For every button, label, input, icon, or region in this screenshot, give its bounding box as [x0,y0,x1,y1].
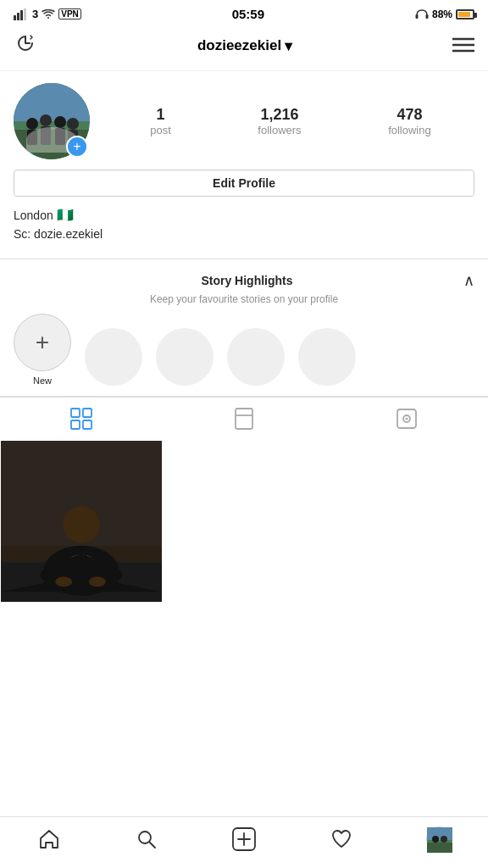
post-photo-svg [1,440,162,603]
profile-thumb-image [427,827,452,853]
bottom-nav [0,816,488,868]
svg-point-49 [432,836,439,843]
edit-profile-button[interactable]: Edit Profile [14,170,474,197]
svg-rect-0 [14,15,16,20]
home-icon [38,828,60,850]
highlight-placeholder-1[interactable] [85,328,142,386]
nav-profile-button[interactable] [418,824,460,854]
highlights-row: + New [0,314,488,386]
top-nav: dozieezekiel ▾ [0,25,488,71]
tab-grid[interactable] [53,403,109,435]
highlights-header: Story Highlights ∧ [0,271,488,290]
svg-point-14 [40,114,52,126]
flag-icon: 🇳🇬 [57,208,74,222]
signal-label: 3 [32,8,38,20]
search-icon [136,828,158,850]
profile-avatar-thumb [426,826,452,852]
highlight-placeholder-2[interactable] [156,328,214,386]
status-time: 05:59 [232,7,264,21]
svg-rect-48 [427,843,452,853]
status-bar: 3 VPN 05:59 88% [0,0,488,25]
wifi-icon [42,9,55,19]
tabs-bar [0,397,488,440]
svg-rect-24 [83,420,92,429]
following-count: 478 [396,106,422,124]
hamburger-button[interactable] [452,36,474,56]
new-highlight-item[interactable]: + New [14,314,71,386]
avatar-wrap: + [14,83,90,159]
bio-section: London 🇳🇬 Sc: dozie.ezekiel [14,205,474,243]
followers-count: 1,216 [260,106,298,124]
svg-rect-3 [24,8,26,20]
highlight-circle-2 [156,328,214,386]
stat-posts[interactable]: 1 post [150,106,171,136]
svg-rect-13 [27,130,37,145]
svg-point-29 [405,418,408,420]
posts-count: 1 [157,106,165,124]
history-icon [14,31,37,55]
svg-point-18 [67,118,79,130]
battery-icon [456,9,474,19]
svg-line-42 [149,843,155,849]
post-image-1 [1,441,162,602]
add-story-button[interactable]: + [66,136,88,158]
svg-rect-10 [14,83,90,121]
posts-grid [0,440,488,603]
collapse-highlights-button[interactable]: ∧ [463,271,474,290]
svg-rect-1 [17,13,19,20]
svg-point-36 [63,506,100,543]
highlights-section: Story Highlights ∧ Keep your favourite s… [0,259,488,397]
followers-label: followers [258,124,301,136]
tag-icon [396,408,418,430]
nav-heart-button[interactable] [320,824,363,854]
svg-rect-2 [20,10,23,20]
nav-home-button[interactable] [28,824,70,854]
stat-followers[interactable]: 1,216 followers [258,106,301,136]
portrait-icon [234,408,254,430]
svg-point-40 [89,576,106,587]
svg-rect-4 [415,14,418,19]
stat-following[interactable]: 478 following [388,106,431,136]
highlight-circle-1 [85,328,142,386]
svg-point-39 [55,576,72,587]
svg-rect-25 [236,409,252,429]
tab-tagged[interactable] [379,403,435,435]
highlight-placeholder-4[interactable] [298,328,356,386]
highlight-circle-3 [227,328,285,386]
username-header[interactable]: dozieezekiel ▾ [197,37,292,55]
profile-section: + 1 post 1,216 followers 478 following E… [0,71,488,253]
heart-icon [330,828,352,850]
status-left: 3 VPN [14,8,81,20]
bio-location: London 🇳🇬 [14,205,474,225]
status-right: 88% [415,8,474,20]
menu-icon [452,36,474,53]
highlights-subtitle: Keep your favourite stories on your prof… [0,293,488,305]
svg-point-12 [26,118,38,130]
svg-rect-22 [83,409,92,417]
headphones-icon [415,8,429,20]
highlights-title: Story Highlights [30,274,463,287]
svg-rect-5 [425,14,428,19]
svg-rect-23 [71,420,80,429]
nav-add-button[interactable] [223,824,265,854]
bio-snapchat: Sc: dozie.ezekiel [14,225,474,243]
grid-post-1[interactable] [0,440,163,603]
highlight-placeholder-3[interactable] [227,328,285,386]
svg-point-50 [441,836,447,843]
spacer [0,603,488,662]
tab-igtv[interactable] [217,403,271,435]
nav-search-button[interactable] [125,824,168,854]
svg-rect-47 [427,827,452,840]
vpn-badge: VPN [58,8,81,19]
history-button[interactable] [14,31,37,60]
grid-icon [70,408,92,430]
following-label: following [388,124,431,136]
new-highlight-circle[interactable]: + [14,314,71,371]
highlight-circle-4 [298,328,356,386]
svg-rect-21 [71,409,80,417]
posts-label: post [150,124,171,136]
profile-top: + 1 post 1,216 followers 478 following [14,83,474,159]
chevron-down-icon: ▾ [285,37,292,55]
stats-row: 1 post 1,216 followers 478 following [107,106,474,136]
signal-icon [14,8,29,20]
